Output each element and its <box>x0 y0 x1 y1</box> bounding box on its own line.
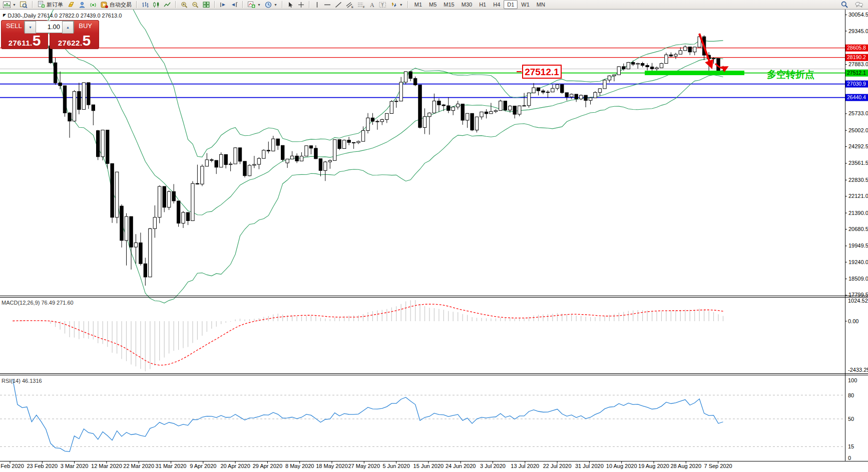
macd-label: MACD(12,26,9) 76.49 271.60 <box>2 300 74 306</box>
gold-ingot-icon <box>67 2 75 8</box>
svg-text:12 Mar 2020: 12 Mar 2020 <box>91 463 122 469</box>
horizontal-line-button[interactable] <box>322 0 333 10</box>
profile-magnifier-icon <box>20 2 28 8</box>
volume-increase-button[interactable]: ▲ <box>62 21 74 34</box>
chart-shift-button[interactable] <box>229 0 240 10</box>
text-label-button[interactable]: T <box>377 0 388 10</box>
window-marker-icon: ◤ <box>3 13 6 18</box>
turning-point-zone[interactable] <box>645 71 744 75</box>
new-order-label: 新订单 <box>47 1 63 9</box>
trendline-button[interactable] <box>333 0 344 10</box>
vertical-line-icon <box>314 2 320 8</box>
horizontal-line-icon <box>324 2 331 8</box>
cursor-button[interactable] <box>285 0 296 10</box>
svg-text:27 May 2020: 27 May 2020 <box>348 463 380 469</box>
vertical-line-button[interactable] <box>312 0 322 10</box>
candlestick-chart-button[interactable] <box>151 0 162 10</box>
timeframe-m5-button[interactable]: M5 <box>425 0 440 9</box>
new-chart-button[interactable]: ▼ <box>1 0 18 10</box>
bar-chart-button[interactable] <box>140 0 151 10</box>
chart-profile-button[interactable] <box>18 0 30 10</box>
svg-text:18 May 2020: 18 May 2020 <box>316 463 348 469</box>
crosshair-button[interactable] <box>296 0 306 10</box>
svg-text:19240.0: 19240.0 <box>848 259 868 265</box>
periods-button[interactable]: ▼ <box>263 0 279 10</box>
volume-decrease-button[interactable]: ▼ <box>25 21 36 34</box>
bar-chart-icon <box>142 2 149 8</box>
svg-text:17799.5: 17799.5 <box>848 292 868 298</box>
line-chart-button[interactable] <box>162 0 173 10</box>
community-button[interactable] <box>77 0 88 10</box>
svg-text:7 Sep 2020: 7 Sep 2020 <box>704 463 732 469</box>
new-order-button[interactable]: 新订单 <box>36 0 65 10</box>
svg-text:50: 50 <box>848 416 854 422</box>
signals-beacon-icon <box>90 2 97 8</box>
date-axis[interactable]: 3 Feb 202023 Feb 20203 Mar 202012 Mar 20… <box>0 461 732 469</box>
timeframe-h1-button[interactable]: H1 <box>476 0 490 9</box>
sell-button[interactable]: SELL <box>6 22 22 30</box>
arrows-button[interactable]: ▼ <box>388 0 405 10</box>
svg-text:19949.5: 19949.5 <box>848 243 868 249</box>
clock-icon <box>265 2 272 8</box>
equidistant-channel-button[interactable]: E <box>344 0 355 10</box>
timeframe-m30-button[interactable]: M30 <box>458 0 476 9</box>
signals-button[interactable] <box>88 0 99 10</box>
tile-windows-button[interactable] <box>201 0 212 10</box>
text-label-icon: T <box>379 2 386 8</box>
svg-text:3 Jul 2020: 3 Jul 2020 <box>480 463 506 469</box>
chart-shift-icon <box>231 2 238 8</box>
svg-text:0: 0 <box>848 455 851 461</box>
svg-text:31 Mar 2020: 31 Mar 2020 <box>156 463 187 469</box>
indicators-button[interactable]: ▼ <box>246 0 263 10</box>
rsi-label: RSI(14) 46.1316 <box>2 378 42 384</box>
sell-price: 27611.5 <box>1 35 48 48</box>
timeframe-d1-button[interactable]: D1 <box>504 0 518 9</box>
timeframe-w1-button[interactable]: W1 <box>518 0 533 9</box>
auto-trading-button[interactable]: 自动交易 <box>99 0 134 10</box>
svg-text:29345.0: 29345.0 <box>848 28 868 34</box>
timeframe-m15-button[interactable]: M15 <box>440 0 458 9</box>
svg-text:-2433.25: -2433.25 <box>848 367 868 373</box>
toolbar-separator <box>309 1 310 8</box>
volume-input[interactable] <box>36 21 62 33</box>
text-button[interactable]: A <box>367 0 377 10</box>
zoom-in-button[interactable] <box>179 0 190 10</box>
cursor-icon <box>287 2 294 8</box>
arrow-objects-icon <box>390 2 397 8</box>
auto-scroll-button[interactable] <box>218 0 229 10</box>
chevron-down-icon: ▼ <box>274 3 277 7</box>
svg-text:3 Mar 2020: 3 Mar 2020 <box>61 463 89 469</box>
tile-windows-icon <box>203 2 210 8</box>
svg-text:80: 80 <box>848 392 854 398</box>
market-button[interactable] <box>65 0 77 10</box>
buy-button[interactable]: BUY <box>79 22 92 30</box>
toolbar-separator <box>242 1 243 8</box>
timeframe-mn-button[interactable]: MN <box>533 0 549 9</box>
trendline-icon <box>335 2 342 8</box>
timeframe-m1-button[interactable]: M1 <box>411 0 425 9</box>
volume-stepper: ▼ ▲ <box>24 21 74 33</box>
chart-canvas[interactable]: 27512.1多空转折点MACD(12,26,9) 76.49 271.60RS… <box>0 0 868 472</box>
price-badge: 27030.9 <box>847 81 866 87</box>
svg-text:18509.0: 18509.0 <box>848 276 868 282</box>
chat-button[interactable] <box>853 0 865 10</box>
toolbar-separator <box>32 1 33 8</box>
svg-text:23561.5: 23561.5 <box>848 160 868 166</box>
fibonacci-button[interactable]: F <box>355 0 367 10</box>
chevron-down-icon: ▼ <box>399 3 403 7</box>
zoom-out-button[interactable] <box>190 0 201 10</box>
svg-text:21390.0: 21390.0 <box>848 210 868 216</box>
price-badge: 28190.2 <box>847 54 866 60</box>
svg-text:15 Jun 2020: 15 Jun 2020 <box>413 463 444 469</box>
symbol-ohlc-text: DJ30-,Daily 27614.0 27822.0 27439.0 2761… <box>8 13 122 19</box>
svg-text:13 Jul 2020: 13 Jul 2020 <box>511 463 539 469</box>
search-button[interactable] <box>839 0 850 10</box>
svg-text:22 Mar 2020: 22 Mar 2020 <box>123 463 154 469</box>
buy-price-pips: 5 <box>83 32 91 49</box>
line-chart-icon <box>164 2 171 8</box>
svg-text:100: 100 <box>848 377 857 383</box>
new-order-icon <box>38 1 45 8</box>
timeframe-h4-button[interactable]: H4 <box>490 0 504 9</box>
svg-text:3 Feb 2020: 3 Feb 2020 <box>0 463 24 469</box>
fibonacci-icon: F <box>357 2 365 8</box>
